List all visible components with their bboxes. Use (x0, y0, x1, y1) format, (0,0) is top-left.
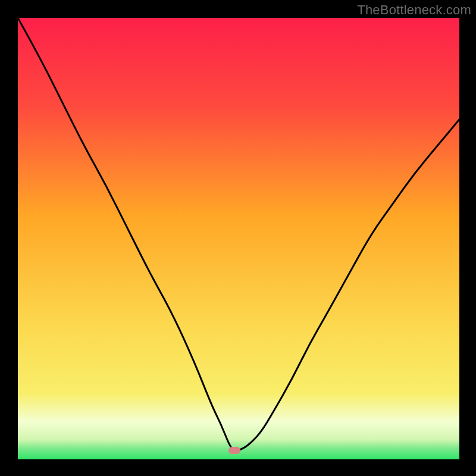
watermark-text: TheBottleneck.com (357, 2, 471, 18)
plot-background (18, 18, 459, 459)
bottleneck-chart (18, 18, 459, 459)
optimal-marker (228, 447, 240, 454)
chart-frame: TheBottleneck.com (0, 0, 476, 476)
